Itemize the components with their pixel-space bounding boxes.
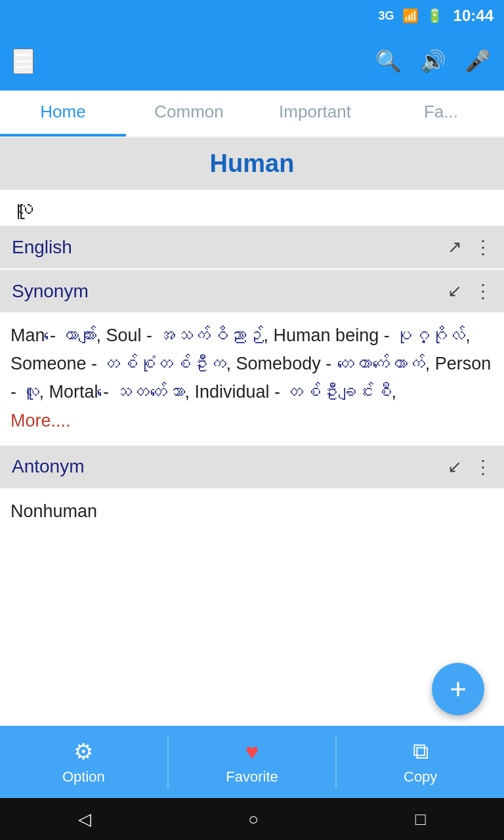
volume-icon: 🔊: [420, 49, 446, 73]
word-header: Human: [0, 138, 504, 190]
tab-common[interactable]: Common: [126, 91, 252, 136]
synonym-section-title: Synonym: [12, 281, 448, 302]
signal-bars: 📶: [402, 8, 419, 24]
battery-icon: 🔋: [427, 8, 443, 24]
mic-button[interactable]: 🎤: [465, 49, 491, 74]
english-section-header: English ↗ ⋮: [0, 226, 504, 268]
english-section-title: English: [12, 237, 448, 258]
tab-important[interactable]: Important: [252, 91, 378, 136]
myanmar-char: လူ: [0, 190, 504, 224]
option-label: Option: [62, 768, 105, 786]
add-fab-button[interactable]: +: [432, 663, 484, 715]
bottom-nav: ⚙ Option ♥ Favorite ⧉ Copy: [0, 726, 504, 798]
copy-label: Copy: [404, 768, 437, 786]
option-icon: ⚙: [74, 738, 93, 765]
synonym-expand-icon[interactable]: ↙: [448, 281, 462, 301]
system-nav-bar: ◁ ○ □: [0, 798, 504, 840]
synonym-content: Man - ယောက်ျား, Soul - အသက်ဝိညာဉ်, Human…: [0, 312, 504, 444]
favorite-label: Favorite: [226, 768, 278, 786]
menu-button[interactable]: ☰: [13, 49, 33, 74]
status-bar: 3G 📶 🔋 10:44: [0, 0, 504, 32]
synonym-more-icon[interactable]: ⋮: [474, 280, 492, 302]
synonym-section-header: Synonym ↙ ⋮: [0, 270, 504, 312]
clock: 10:44: [453, 7, 494, 25]
tab-home[interactable]: Home: [0, 91, 126, 136]
antonym-section-header: Antonym ↙ ⋮: [0, 446, 504, 488]
recents-button[interactable]: □: [415, 809, 426, 830]
search-icon: 🔍: [375, 49, 402, 73]
copy-icon: ⧉: [413, 738, 429, 765]
antonym-content: Nonhuman: [0, 488, 504, 535]
tab-fa[interactable]: Fa...: [378, 91, 504, 136]
mic-icon: 🎤: [465, 49, 491, 73]
search-button[interactable]: 🔍: [375, 49, 402, 74]
antonym-more-icon[interactable]: ⋮: [474, 456, 492, 478]
antonym-section-title: Antonym: [12, 456, 448, 477]
home-button[interactable]: ○: [248, 809, 259, 830]
copy-nav-button[interactable]: ⧉ Copy: [337, 726, 504, 798]
volume-button[interactable]: 🔊: [420, 49, 446, 74]
back-button[interactable]: ◁: [78, 809, 91, 830]
english-more-icon[interactable]: ⋮: [474, 236, 492, 258]
signal-icon: 3G: [379, 9, 394, 23]
tabs-container: Home Common Important Fa...: [0, 91, 504, 138]
favorite-nav-button[interactable]: ♥ Favorite: [169, 726, 336, 798]
english-expand-icon[interactable]: ↗: [448, 237, 462, 257]
antonym-expand-icon[interactable]: ↙: [448, 457, 462, 477]
heart-icon: ♥: [245, 739, 259, 765]
option-nav-button[interactable]: ⚙ Option: [0, 726, 167, 798]
app-bar: ☰ 🔍 🔊 🎤: [0, 32, 504, 91]
word-title: Human: [210, 150, 295, 177]
more-link[interactable]: More....: [10, 411, 71, 430]
